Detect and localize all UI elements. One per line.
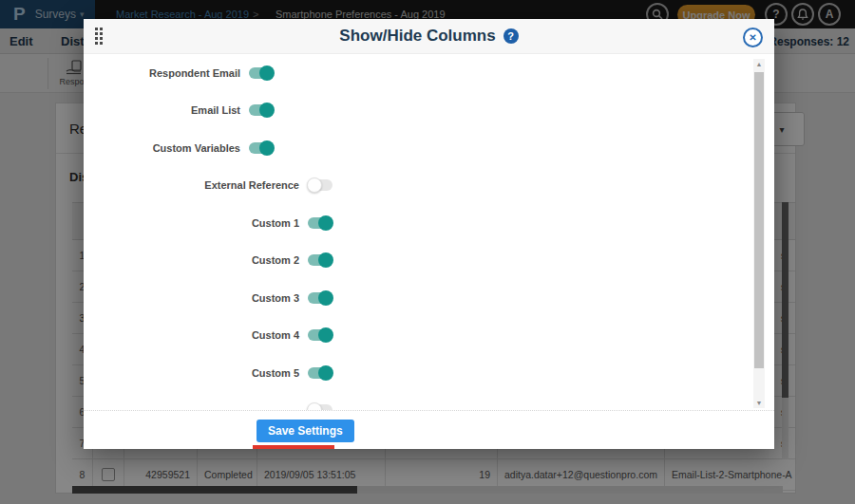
toggle-label: Email List <box>84 104 240 116</box>
toggle-row: Email List <box>84 92 774 130</box>
modal-body: Respondent EmailEmail ListCustom Variabl… <box>84 54 774 410</box>
toggle-label: Custom 2 <box>84 254 299 266</box>
close-icon: ✕ <box>749 32 756 43</box>
toggle-row: Custom Variables <box>84 129 774 167</box>
toggle-switch-custom-2[interactable] <box>308 254 332 266</box>
save-settings-button[interactable]: Save Settings <box>256 420 354 442</box>
toggle-row: Custom 4 <box>84 317 774 355</box>
toggle-knob <box>259 140 275 156</box>
annotation-underline <box>253 445 334 449</box>
scroll-up-icon[interactable]: ▲ <box>753 61 765 67</box>
toggle-row: Custom 3 <box>84 279 774 317</box>
toggle-knob <box>259 103 275 118</box>
modal-title: Show/Hide Columns <box>339 27 495 46</box>
toggle-label: Custom 4 <box>84 329 299 341</box>
modal-scrollbar[interactable]: ▲ ▼ <box>753 59 765 408</box>
toggle-switch-external-reference[interactable] <box>308 179 332 191</box>
toggle-knob <box>318 252 333 268</box>
modal-help-icon[interactable]: ? <box>504 28 519 44</box>
toggle-list: Respondent EmailEmail ListCustom Variabl… <box>84 54 774 410</box>
toggle-label: Custom 3 <box>84 292 299 304</box>
toggle-switch-custom-variables[interactable] <box>249 142 274 154</box>
drag-handle-icon[interactable] <box>95 28 103 45</box>
toggle-knob <box>307 402 322 410</box>
toggle-switch-custom-4[interactable] <box>308 329 332 341</box>
toggle-row <box>84 392 774 411</box>
show-hide-columns-modal: Show/Hide Columns ? ✕ Respondent EmailEm… <box>84 19 774 449</box>
toggle-knob <box>318 327 333 343</box>
toggle-switch-respondent-email[interactable] <box>249 67 274 79</box>
toggle-knob <box>318 365 333 381</box>
toggle-knob <box>318 290 333 306</box>
scroll-down-icon[interactable]: ▼ <box>753 400 765 406</box>
toggle-row: External Reference <box>84 167 774 205</box>
toggle-label: Respondent Email <box>84 67 240 79</box>
toggle-switch-email-list[interactable] <box>249 104 274 116</box>
toggle-knob <box>259 65 275 81</box>
toggle-row: Custom 5 <box>84 354 774 392</box>
toggle-knob <box>318 215 333 231</box>
modal-close-button[interactable]: ✕ <box>743 28 763 47</box>
modal-footer: Save Settings <box>84 410 774 449</box>
toggle-switch-custom-3[interactable] <box>308 292 332 304</box>
modal-scrollbar-thumb[interactable] <box>754 72 764 368</box>
page: P Surveys ▾ Market Research - Aug 2019 >… <box>0 0 855 504</box>
toggle-label: External Reference <box>84 179 299 191</box>
toggle-row: Custom 2 <box>84 242 774 280</box>
toggle-switch-custom-5[interactable] <box>308 367 332 379</box>
toggle-label: Custom Variables <box>84 142 240 154</box>
toggle-knob <box>307 177 322 193</box>
modal-header: Show/Hide Columns ? ✕ <box>84 19 774 54</box>
toggle-row: Respondent Email <box>84 54 774 92</box>
toggle-switch-custom-1[interactable] <box>308 217 332 229</box>
toggle-label: Custom 5 <box>84 367 299 379</box>
toggle-label: Custom 1 <box>84 217 299 229</box>
toggle-row: Custom 1 <box>84 204 774 242</box>
